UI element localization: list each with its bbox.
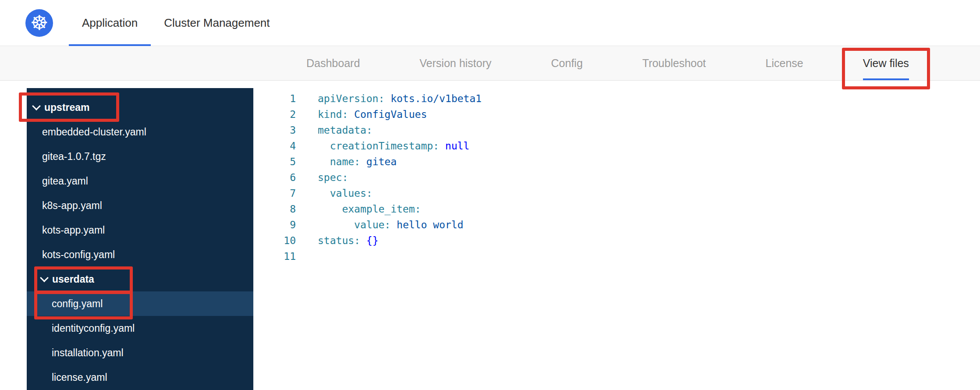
code-line-content: metadata:: [296, 122, 373, 138]
tree-section-label: upstream: [44, 102, 90, 113]
line-number: 2: [253, 106, 296, 122]
tree-file-label: license.yaml: [52, 372, 107, 383]
tab-version-history[interactable]: Version history: [419, 46, 491, 80]
code-line-content: status: {}: [296, 233, 378, 248]
code-line-content: apiVersion: kots.io/v1beta1: [296, 91, 482, 106]
code-token: ConfigValues: [348, 109, 427, 120]
kots-admin-console: ☸ Application Cluster Management Dashboa…: [0, 0, 980, 390]
app-subnav: Dashboard Version history Config Trouble…: [0, 46, 980, 81]
tree-file-label: config.yaml: [52, 298, 103, 310]
code-line: 5 name: gitea: [253, 154, 980, 170]
tree-file-label: kots-app.yaml: [42, 224, 105, 236]
chevron-down-icon: [40, 273, 49, 282]
code-line-content: creationTimestamp: null: [296, 138, 469, 154]
line-number: 10: [253, 233, 296, 248]
code-token: {}: [360, 235, 379, 246]
top-tabs: Application Cluster Management: [69, 0, 283, 46]
code-token: kind:: [318, 109, 348, 120]
code-token: name:: [330, 156, 360, 167]
tab-license[interactable]: License: [766, 46, 803, 80]
code-token: hello world: [391, 219, 463, 230]
line-number: 5: [253, 154, 296, 170]
code-token: [318, 156, 330, 167]
code-line: 4 creationTimestamp: null: [253, 138, 980, 154]
code-line: 3metadata:: [253, 122, 980, 138]
tab-troubleshoot[interactable]: Troubleshoot: [643, 46, 706, 80]
code-line: 8 example_item:: [253, 201, 980, 217]
code-token: [318, 203, 342, 215]
tree-file-label: gitea.yaml: [42, 175, 88, 187]
tree-file-kots-config-yaml[interactable]: kots-config.yaml: [27, 242, 253, 267]
tree-file-label: installation.yaml: [52, 347, 124, 359]
kubernetes-logo-icon[interactable]: ☸: [25, 9, 53, 37]
code-line-content: kind: ConfigValues: [296, 106, 427, 122]
code-line-content: [296, 248, 318, 264]
tree-file-gitea-1-0-7-tgz[interactable]: gitea-1.0.7.tgz: [27, 144, 253, 169]
tree-file-config-yaml[interactable]: config.yaml: [27, 291, 253, 316]
tree-file-label: gitea-1.0.7.tgz: [42, 151, 106, 163]
tree-file-license-yaml[interactable]: license.yaml: [27, 365, 253, 390]
code-line-content: example_item:: [296, 201, 421, 217]
code-token: values:: [330, 188, 373, 199]
code-line: 6spec:: [253, 170, 980, 185]
code-token: status:: [318, 235, 360, 246]
code-line-content: spec:: [296, 170, 348, 185]
code-token: [318, 219, 354, 230]
code-token: kots.io/v1beta1: [384, 93, 482, 104]
tree-file-embedded-cluster-yaml[interactable]: embedded-cluster.yaml: [27, 120, 253, 144]
code-lines: 1apiVersion: kots.io/v1beta12kind: Confi…: [253, 91, 980, 264]
code-token: null: [439, 140, 469, 152]
code-line: 7 values:: [253, 185, 980, 201]
line-number: 9: [253, 217, 296, 233]
line-number: 8: [253, 201, 296, 217]
tree-file-k8s-app-yaml[interactable]: k8s-app.yaml: [27, 193, 253, 218]
tree-file-installation-yaml[interactable]: installation.yaml: [27, 340, 253, 365]
code-line: 11: [253, 248, 980, 264]
code-token: metadata:: [318, 124, 373, 136]
code-line: 10status: {}: [253, 233, 980, 248]
code-line: 1apiVersion: kots.io/v1beta1: [253, 91, 980, 106]
tab-view-files-label: View files: [863, 57, 909, 70]
tab-dashboard[interactable]: Dashboard: [306, 46, 360, 80]
code-token: creationTimestamp:: [330, 140, 439, 152]
tree-section-upstream[interactable]: upstream: [27, 95, 253, 120]
code-editor[interactable]: 1apiVersion: kots.io/v1beta12kind: Confi…: [253, 81, 980, 390]
file-tree: upstreamembedded-cluster.yamlgitea-1.0.7…: [27, 88, 253, 390]
line-number: 1: [253, 91, 296, 106]
tree-file-gitea-yaml[interactable]: gitea.yaml: [27, 169, 253, 193]
line-number: 11: [253, 248, 296, 264]
line-number: 6: [253, 170, 296, 185]
code-line: 9 value: hello world: [253, 217, 980, 233]
tree-file-label: kots-config.yaml: [42, 249, 115, 261]
code-token: example_item:: [342, 203, 421, 215]
line-number: 3: [253, 122, 296, 138]
tree-section-userdata[interactable]: userdata: [27, 267, 253, 291]
line-number: 4: [253, 138, 296, 154]
code-line-content: values:: [296, 185, 373, 201]
tab-cluster-management[interactable]: Cluster Management: [151, 0, 283, 46]
code-token: spec:: [318, 172, 348, 183]
tab-view-files[interactable]: View files: [863, 46, 909, 80]
chevron-down-icon: [32, 102, 41, 110]
code-token: value:: [354, 219, 391, 230]
tree-file-kots-app-yaml[interactable]: kots-app.yaml: [27, 218, 253, 242]
code-token: [318, 140, 330, 152]
tree-file-label: embedded-cluster.yaml: [42, 126, 146, 138]
top-navbar: ☸ Application Cluster Management: [0, 0, 980, 46]
tab-application[interactable]: Application: [69, 0, 151, 46]
code-line-content: value: hello world: [296, 217, 463, 233]
code-token: gitea: [360, 156, 397, 167]
tree-section-label: userdata: [52, 273, 94, 285]
tree-file-label: identityconfig.yaml: [52, 323, 135, 334]
line-number: 7: [253, 185, 296, 201]
view-files-page: upstreamembedded-cluster.yamlgitea-1.0.7…: [0, 81, 980, 390]
code-token: apiVersion:: [318, 93, 384, 104]
tree-file-label: k8s-app.yaml: [42, 200, 102, 212]
tab-config[interactable]: Config: [551, 46, 582, 80]
helm-wheel-icon: ☸: [30, 13, 48, 33]
code-line-content: name: gitea: [296, 154, 397, 170]
tree-file-identityconfig-yaml[interactable]: identityconfig.yaml: [27, 316, 253, 340]
code-token: [318, 188, 330, 199]
code-line: 2kind: ConfigValues: [253, 106, 980, 122]
